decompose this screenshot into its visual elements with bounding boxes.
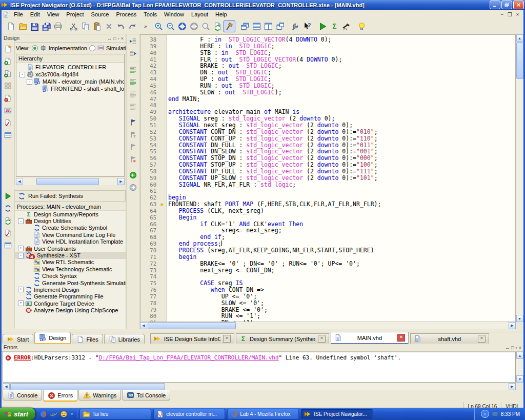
panel-float-button[interactable]: ↔ xyxy=(107,36,112,41)
design-page-minus-button[interactable] xyxy=(3,93,13,103)
process-item-view-hdl-instantiation-template[interactable]: View HDL Instantiation Template xyxy=(15,238,126,245)
taskbar-lab-4-mozilla-firefox[interactable]: Lab 4 - Mozilla Firefox xyxy=(227,409,299,419)
scroll-left-arrow[interactable]: ◀ xyxy=(3,383,10,390)
refresh-button[interactable] xyxy=(212,21,224,32)
scroll-left-arrow[interactable]: ◀ xyxy=(140,322,147,329)
process-item-view-rtl-schematic[interactable]: View RTL Schematic xyxy=(15,259,126,266)
menu-project[interactable]: Project xyxy=(63,10,87,18)
menu-tools[interactable]: Tools xyxy=(140,10,160,18)
menu-file[interactable]: File xyxy=(10,10,27,18)
expander[interactable]: - xyxy=(27,79,32,85)
editor-snip-green-button[interactable] xyxy=(128,76,138,87)
doc-tab-ise-design-suite-infocenter[interactable]: ISE Design Suite InfoCenter× xyxy=(150,333,234,344)
expander[interactable]: - xyxy=(19,72,25,77)
tile-horizontal-button[interactable] xyxy=(251,21,262,32)
copy-button[interactable] xyxy=(79,21,91,32)
process-item-generate-post-synthesis-simulatio[interactable]: Generate Post-Synthesis Simulatio... xyxy=(15,279,126,286)
scroll-up-arrow[interactable]: ▲ xyxy=(516,34,523,42)
doc-tab-shaft-vhd[interactable]: shaft.vhd× xyxy=(410,333,489,344)
process-item-user-constraints[interactable]: +User Constraints xyxy=(15,245,126,252)
process-table-button[interactable] xyxy=(3,240,13,250)
zoom-out-button[interactable] xyxy=(165,21,176,32)
process-item-create-schematic-symbol[interactable]: Create Schematic Symbol xyxy=(15,225,126,231)
editor-flag-gray-button[interactable] xyxy=(128,142,138,152)
error-link[interactable]: ERROR xyxy=(14,354,31,361)
hierarchy-hscrollbar[interactable]: ◀ ▶ xyxy=(16,178,125,185)
tab-close-button[interactable]: × xyxy=(397,334,405,342)
design-sim-button[interactable] xyxy=(3,105,13,115)
process-page-check-button[interactable] xyxy=(3,228,13,238)
quicklaunch-smiley-button[interactable] xyxy=(60,410,68,418)
design-page-plus-button[interactable] xyxy=(3,56,13,66)
process-item-view-command-line-log-file[interactable]: View Command Line Log File xyxy=(15,231,126,238)
editor-flag-blue-button[interactable] xyxy=(128,117,138,127)
process-item-synthesize-xst[interactable]: -Synthesize - XST xyxy=(15,252,126,258)
redo-button[interactable] xyxy=(127,21,138,32)
tips-button[interactable] xyxy=(356,21,368,32)
panel-close-button[interactable]: × xyxy=(519,345,521,350)
tab-start[interactable]: Start xyxy=(3,334,33,344)
mdi-restore-button[interactable]: ❒ xyxy=(506,12,514,17)
process-item-analyze-design-using-chipscope[interactable]: Analyze Design Using ChipScope xyxy=(15,307,126,313)
whats-this-help-button[interactable] xyxy=(301,21,313,32)
editor-snip-gray-button[interactable] xyxy=(128,89,138,99)
zoom-in-button[interactable] xyxy=(153,21,165,32)
minimize-button[interactable] xyxy=(490,1,500,9)
menu-view[interactable]: View xyxy=(44,10,63,18)
console-tab-errors[interactable]: Errors xyxy=(43,390,77,402)
process-play-button[interactable] xyxy=(3,191,13,201)
process-item-configure-target-device[interactable]: +Configure Target Device xyxy=(15,300,126,307)
zoom-selection-button[interactable] xyxy=(200,21,212,32)
delete-button[interactable] xyxy=(103,21,115,32)
hierarchy-item-xc3s700a-4fg484[interactable]: -xc3s700a-4fg484 xyxy=(16,71,124,78)
menu-window[interactable]: Window xyxy=(160,10,188,18)
console-tab-console[interactable]: Console xyxy=(3,390,42,401)
print-button[interactable] xyxy=(52,21,64,32)
scroll-thumb[interactable] xyxy=(516,42,523,79)
editor-snip-gray-button[interactable] xyxy=(128,101,138,111)
run-button[interactable] xyxy=(317,21,329,32)
tab-close-button[interactable]: × xyxy=(478,335,486,343)
tab-close-button[interactable]: × xyxy=(318,335,326,343)
save-all-button[interactable] xyxy=(41,21,52,32)
scroll-thumb[interactable] xyxy=(36,178,99,185)
code-line[interactable]: 47end MAIN; xyxy=(140,96,515,103)
code-line[interactable]: 73 next_sreg <= CONT_DN; xyxy=(140,267,515,274)
panel-dock-button[interactable]: ▫ xyxy=(118,36,119,41)
cascade-windows-button[interactable] xyxy=(239,21,251,32)
mdi-close-button[interactable]: × xyxy=(514,12,521,17)
scroll-right-arrow[interactable]: ▶ xyxy=(117,178,125,185)
panel-float-button[interactable]: ↔ xyxy=(505,345,510,350)
scroll-left-arrow[interactable]: ◀ xyxy=(16,178,23,185)
menu-process[interactable]: Process xyxy=(112,10,140,18)
quicklaunch-chevron[interactable]: » xyxy=(70,411,73,416)
design-table-button[interactable] xyxy=(3,130,13,140)
tab-close-button[interactable]: × xyxy=(223,335,231,343)
process-item-design-utilities[interactable]: -Design Utilities xyxy=(15,217,126,224)
quicklaunch-firefox-button[interactable] xyxy=(39,410,47,418)
design-squares4-button[interactable] xyxy=(3,81,13,91)
close-button[interactable] xyxy=(513,1,524,9)
start-button[interactable]: start xyxy=(0,408,35,420)
scroll-thumb[interactable] xyxy=(148,322,236,329)
simulation-radio[interactable] xyxy=(89,45,95,51)
zoom-full-button[interactable] xyxy=(176,21,188,32)
menu-edit[interactable]: Edit xyxy=(27,10,44,18)
mdi-minimize-button[interactable]: − xyxy=(498,12,506,17)
hierarchy-item-main-elevator-main-main-vhd[interactable]: -MAIN - elevator_main (MAIN.vhd) xyxy=(16,78,124,85)
process-item-view-technology-schematic[interactable]: View Technology Schematic xyxy=(15,266,126,272)
errors-vscrollbar[interactable]: ▲ ▼ xyxy=(516,352,523,383)
taskbar-tai-lieu[interactable]: Tai lieu xyxy=(79,409,151,419)
menu-help[interactable]: Help xyxy=(212,10,231,18)
zoom-fit-button[interactable] xyxy=(188,21,200,32)
menu-layout[interactable]: Layout xyxy=(188,10,212,18)
doc-tab-design-summary-synthesized[interactable]: Design Summary (Synthesized)× xyxy=(236,333,329,344)
scroll-thumb[interactable] xyxy=(10,383,165,390)
taskbar-elevator-controller-m[interactable]: elevator controller m... xyxy=(153,409,225,419)
expander[interactable]: - xyxy=(18,218,24,224)
expander[interactable]: - xyxy=(18,253,24,258)
process-item-implement-design[interactable]: +Implement Design xyxy=(15,286,126,293)
expander[interactable]: + xyxy=(18,246,24,251)
undo-button[interactable] xyxy=(115,21,127,32)
editor-vscrollbar[interactable]: ▲ ▼ xyxy=(516,34,523,322)
